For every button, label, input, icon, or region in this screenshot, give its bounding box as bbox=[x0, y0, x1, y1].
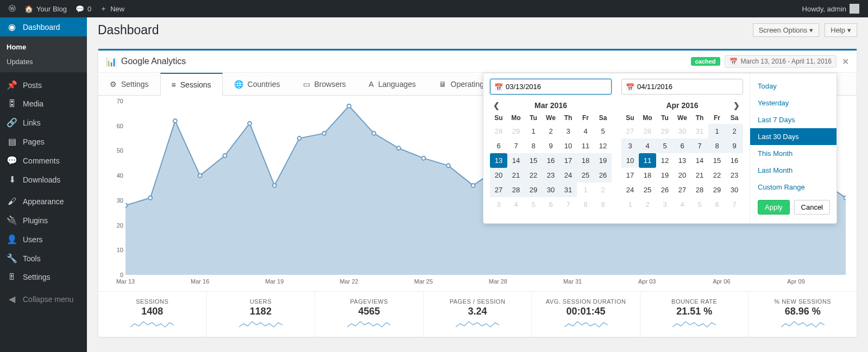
calendar-day[interactable]: 25 bbox=[577, 168, 594, 183]
calendar-day[interactable]: 3 bbox=[559, 124, 577, 139]
calendar-day[interactable]: 12 bbox=[594, 139, 612, 153]
calendar-day[interactable]: 9 bbox=[542, 139, 559, 153]
calendar-day[interactable]: 14 bbox=[691, 153, 708, 168]
calendar-day[interactable]: 30 bbox=[674, 124, 691, 139]
calendar-day[interactable]: 2 bbox=[542, 124, 559, 139]
calendar-day[interactable]: 7 bbox=[726, 197, 743, 212]
calendar-day[interactable]: 11 bbox=[639, 153, 656, 168]
calendar-day[interactable]: 26 bbox=[656, 183, 674, 197]
calendar-day[interactable]: 13 bbox=[490, 153, 507, 168]
sidebar-item-dashboard[interactable]: ◉Dashboard bbox=[0, 17, 87, 36]
apply-button[interactable]: Apply bbox=[758, 200, 790, 215]
calendar-day[interactable]: 16 bbox=[726, 153, 743, 168]
calendar-day[interactable]: 3 bbox=[621, 139, 639, 153]
preset-last30[interactable]: Last 30 Days bbox=[750, 128, 836, 145]
next-month-button[interactable]: ❯ bbox=[730, 100, 743, 111]
calendar-day[interactable]: 29 bbox=[525, 183, 542, 197]
calendar-day[interactable]: 27 bbox=[490, 183, 507, 197]
preset-today[interactable]: Today bbox=[750, 78, 836, 95]
prev-month-button[interactable]: ❮ bbox=[490, 100, 503, 111]
calendar-day[interactable]: 28 bbox=[507, 183, 525, 197]
calendar-day[interactable]: 17 bbox=[559, 153, 577, 168]
calendar-day[interactable]: 1 bbox=[708, 124, 726, 139]
comments-bubble[interactable]: 💬0 bbox=[71, 0, 96, 17]
calendar-day[interactable]: 27 bbox=[621, 124, 639, 139]
calendar-day[interactable]: 18 bbox=[639, 168, 656, 183]
calendar-day[interactable]: 31 bbox=[559, 183, 577, 197]
calendar-day[interactable]: 19 bbox=[594, 153, 612, 168]
date-to-input[interactable] bbox=[621, 79, 743, 95]
calendar-day[interactable]: 28 bbox=[639, 124, 656, 139]
calendar-day[interactable]: 2 bbox=[639, 197, 656, 212]
calendar-day[interactable]: 6 bbox=[542, 197, 559, 212]
date-from-input[interactable] bbox=[490, 79, 612, 95]
sidebar-item-appearance[interactable]: 🖌Appearance bbox=[0, 192, 87, 211]
calendar-day[interactable]: 6 bbox=[490, 139, 507, 153]
calendar-day[interactable]: 26 bbox=[594, 168, 612, 183]
calendar-day[interactable]: 24 bbox=[621, 183, 639, 197]
calendar-day[interactable]: 3 bbox=[656, 197, 674, 212]
calendar-day[interactable]: 15 bbox=[708, 153, 726, 168]
calendar-day[interactable]: 30 bbox=[542, 183, 559, 197]
calendar-day[interactable]: 10 bbox=[621, 153, 639, 168]
close-icon[interactable]: ✕ bbox=[842, 56, 849, 67]
calendar-day[interactable]: 25 bbox=[639, 183, 656, 197]
calendar-day[interactable]: 1 bbox=[525, 124, 542, 139]
sidebar-item-posts[interactable]: 📌Posts bbox=[0, 76, 87, 95]
calendar-day[interactable]: 5 bbox=[656, 139, 674, 153]
calendar-day[interactable]: 9 bbox=[726, 139, 743, 153]
sidebar-item-settings[interactable]: 🎚Settings bbox=[0, 268, 87, 286]
help-button[interactable]: Help▾ bbox=[825, 23, 857, 37]
calendar-day[interactable]: 13 bbox=[674, 153, 691, 168]
sidebar-item-users[interactable]: 👤Users bbox=[0, 230, 87, 249]
calendar-day[interactable]: 31 bbox=[691, 124, 708, 139]
calendar-day[interactable]: 23 bbox=[542, 168, 559, 183]
calendar-day[interactable]: 14 bbox=[507, 153, 525, 168]
new-content[interactable]: ＋New bbox=[96, 0, 129, 17]
calendar-day[interactable]: 9 bbox=[594, 197, 612, 212]
calendar-day[interactable]: 11 bbox=[577, 139, 594, 153]
calendar-day[interactable]: 7 bbox=[691, 139, 708, 153]
calendar-day[interactable]: 10 bbox=[559, 139, 577, 153]
wp-logo[interactable]: ⓦ bbox=[4, 0, 20, 17]
calendar-day[interactable]: 12 bbox=[656, 153, 674, 168]
calendar-day[interactable]: 28 bbox=[490, 124, 507, 139]
calendar-day[interactable]: 3 bbox=[490, 197, 507, 212]
calendar-day[interactable]: 1 bbox=[621, 197, 639, 212]
calendar-day[interactable]: 22 bbox=[708, 168, 726, 183]
calendar-day[interactable]: 29 bbox=[507, 124, 525, 139]
calendar-day[interactable]: 29 bbox=[708, 183, 726, 197]
preset-yesterday[interactable]: Yesterday bbox=[750, 95, 836, 111]
calendar-day[interactable]: 20 bbox=[490, 168, 507, 183]
calendar-day[interactable]: 30 bbox=[726, 183, 743, 197]
calendar-day[interactable]: 28 bbox=[691, 183, 708, 197]
calendar-day[interactable]: 7 bbox=[507, 139, 525, 153]
calendar-day[interactable]: 20 bbox=[674, 168, 691, 183]
calendar-day[interactable]: 23 bbox=[726, 168, 743, 183]
calendar-day[interactable]: 4 bbox=[674, 197, 691, 212]
calendar-day[interactable]: 4 bbox=[507, 197, 525, 212]
tab-sessions[interactable]: ≡Sessions bbox=[160, 73, 223, 96]
calendar-day[interactable]: 4 bbox=[639, 139, 656, 153]
calendar-day[interactable]: 8 bbox=[708, 139, 726, 153]
sidebar-item-pages[interactable]: ▤Pages bbox=[0, 132, 87, 151]
calendar-day[interactable]: 6 bbox=[674, 139, 691, 153]
calendar-day[interactable]: 7 bbox=[559, 197, 577, 212]
calendar-day[interactable]: 2 bbox=[726, 124, 743, 139]
screen-options-button[interactable]: Screen Options▾ bbox=[753, 23, 820, 37]
submenu-home[interactable]: Home bbox=[0, 40, 87, 54]
calendar-day[interactable]: 29 bbox=[656, 124, 674, 139]
calendar-day[interactable]: 16 bbox=[542, 153, 559, 168]
calendar-day[interactable]: 2 bbox=[594, 183, 612, 197]
calendar-day[interactable]: 18 bbox=[577, 153, 594, 168]
calendar-day[interactable]: 8 bbox=[577, 197, 594, 212]
tab-browsers[interactable]: ▭Browsers bbox=[292, 73, 357, 95]
tab-settings[interactable]: ⚙Settings bbox=[98, 73, 160, 95]
tab-languages[interactable]: ALanguages bbox=[357, 73, 427, 95]
calendar-day[interactable]: 17 bbox=[621, 168, 639, 183]
submenu-updates[interactable]: Updates bbox=[0, 54, 87, 69]
sidebar-item-plugins[interactable]: 🔌Plugins bbox=[0, 211, 87, 230]
sidebar-item-comments[interactable]: 💬Comments bbox=[0, 151, 87, 170]
preset-this-month[interactable]: This Month bbox=[750, 145, 836, 162]
calendar-day[interactable]: 6 bbox=[708, 197, 726, 212]
